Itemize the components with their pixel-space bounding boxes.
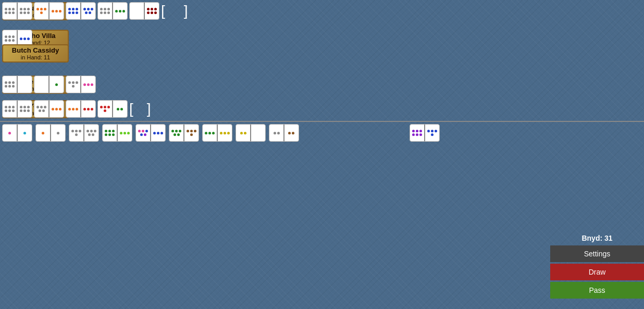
bracket-open: [ (161, 2, 165, 20)
hand-domino-10[interactable] (410, 124, 440, 142)
hand-domino-3[interactable] (69, 124, 99, 142)
bnyd-text: Bnyd: 31 (550, 234, 644, 242)
hand-domino-1[interactable] (2, 124, 32, 142)
mexican-train-row: Mexican Train v1.3 Round: 12 (2, 2, 188, 20)
hand-domino-6[interactable] (169, 124, 199, 142)
buttons-area: Bnyd: 31 Settings Draw Pass (550, 234, 644, 299)
player-label-butch-cassidy: Butch Cassidy in Hand: 11 (2, 44, 69, 63)
domino[interactable] (2, 100, 32, 118)
domino[interactable] (66, 2, 96, 20)
domino[interactable] (97, 2, 128, 20)
jesse-james-row: Jesse James in Hand: 12 (2, 76, 96, 93)
divider-line (0, 121, 644, 122)
domino[interactable] (34, 100, 64, 118)
hand-domino-7[interactable] (202, 124, 232, 142)
settings-button[interactable]: Settings (550, 245, 644, 262)
hand-domino-5[interactable] (135, 124, 166, 142)
domino[interactable] (97, 100, 128, 118)
domino[interactable] (34, 76, 64, 93)
draw-button[interactable]: Draw (550, 264, 644, 280)
you-bracket-close: ] (147, 100, 151, 118)
domino[interactable] (34, 2, 64, 20)
domino[interactable] (2, 76, 32, 93)
hand-domino-9[interactable] (269, 124, 299, 142)
domino[interactable] (66, 76, 96, 93)
hand-domino-8[interactable] (236, 124, 266, 142)
hand-domino-2[interactable] (35, 124, 66, 142)
game-area: Mexican Train v1.3 Round: 12 (0, 0, 644, 309)
you-bracket-open: [ (129, 100, 133, 118)
you-row: You in Hand: 10 (2, 100, 151, 118)
domino[interactable] (2, 2, 32, 20)
domino[interactable] (66, 100, 96, 118)
hand-area (2, 124, 440, 142)
pass-button[interactable]: Pass (550, 282, 644, 299)
domino[interactable] (129, 2, 159, 20)
hand-domino-4[interactable] (102, 124, 132, 142)
bracket-close: ] (184, 2, 188, 20)
